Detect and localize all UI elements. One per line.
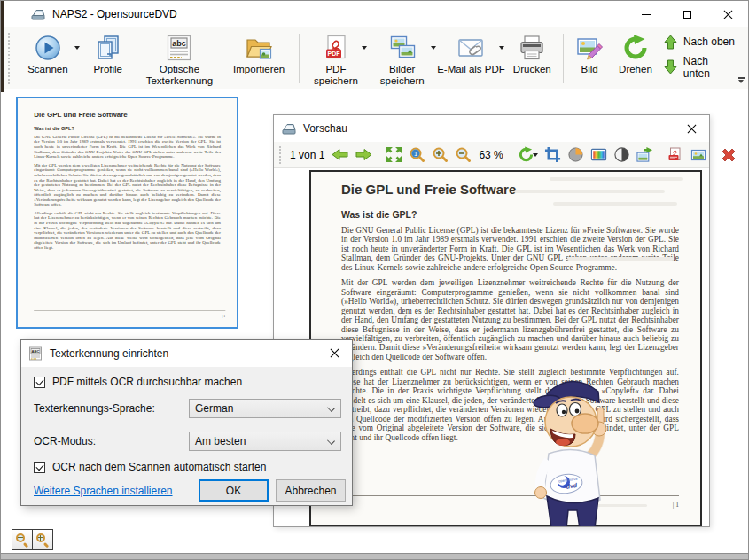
main-toolbar: Scannen Profile abc	[1, 27, 748, 89]
auto-ocr-checkbox[interactable]	[34, 462, 45, 473]
zoom-fit-icon	[386, 146, 402, 163]
zoom-fit-button[interactable]	[383, 144, 404, 166]
window-bottom-frame	[1, 553, 748, 559]
rotate-page-button[interactable]	[516, 144, 541, 166]
thumb-page-number: | 1	[222, 314, 226, 318]
thumbnail-zoom-in-button[interactable]	[32, 529, 53, 550]
thumb-paragraph: Die GNU General Public License (GPL) ist…	[34, 135, 221, 159]
zoom-in-icon	[36, 533, 50, 547]
move-up-button[interactable]: Nach oben	[664, 35, 737, 50]
dialog-close-button[interactable]	[316, 340, 352, 367]
dialog-title: Texterkennung einrichten	[50, 347, 168, 360]
toolbar-grip[interactable]	[8, 33, 11, 84]
profiles-button[interactable]: Profile	[81, 30, 136, 87]
zoom-out-icon	[16, 533, 29, 547]
scan-icon	[34, 32, 62, 64]
zoom-actual-button[interactable]: 1	[406, 144, 427, 166]
toolbar-overflow-button[interactable]	[736, 77, 746, 88]
maximize-button[interactable]	[667, 1, 707, 27]
sharpen-button[interactable]	[635, 144, 656, 166]
cancel-button[interactable]: Abbrechen	[276, 479, 346, 502]
page-thumbnail-selected[interactable]: Die GPL und Freie Software Was ist die G…	[16, 97, 238, 329]
rotate-button[interactable]: Drehen	[611, 30, 660, 87]
save-pdf-button[interactable]: PDF PDF speichern	[304, 30, 368, 87]
save-pdf-dropdown-icon[interactable]	[362, 46, 367, 50]
ocr-dialog-icon: ABC	[28, 346, 43, 361]
delete-page-button[interactable]	[718, 144, 739, 166]
move-down-icon	[664, 59, 677, 74]
zoom-out-icon	[455, 146, 472, 163]
move-up-label: Nach oben	[683, 35, 735, 48]
minimize-icon	[642, 14, 651, 15]
close-icon	[723, 10, 733, 19]
install-languages-row: Weitere Sprachen installieren	[34, 485, 173, 497]
contrast-icon	[613, 146, 630, 163]
save-image-small-button[interactable]	[688, 144, 709, 166]
move-down-button[interactable]: Nach unten	[664, 55, 737, 80]
zoom-actual-icon: 1	[409, 146, 425, 163]
toolbar-separator	[299, 34, 300, 83]
sharpen-icon	[636, 146, 653, 163]
close-button[interactable]	[707, 1, 748, 27]
save-images-button[interactable]: Bilder speichern	[368, 30, 437, 87]
profiles-icon	[94, 32, 122, 64]
ocr-mode-combobox[interactable]: Am besten	[189, 432, 341, 451]
print-label: Drucken	[513, 64, 551, 75]
language-label: Texterkennungs-Sprache:	[34, 402, 155, 415]
doc-heading: Was ist die GPL?	[341, 209, 679, 220]
thumb-paragraph: Allerdings enthält die GPL nicht nur Rec…	[34, 210, 221, 250]
ocr-icon: abc	[165, 32, 193, 64]
ocr-button[interactable]: abc Optische Texterkennung	[136, 30, 224, 87]
brightness-button[interactable]	[566, 144, 587, 166]
svg-text:abc: abc	[173, 39, 187, 48]
import-label: Importieren	[233, 64, 285, 75]
minimize-button[interactable]	[626, 1, 667, 27]
background-window-sliver	[1, 1, 4, 92]
scan-dropdown-icon[interactable]	[74, 46, 80, 50]
move-up-icon	[664, 35, 677, 50]
preview-toolbar: 1 von 1	[274, 142, 709, 168]
edit-image-button[interactable]: Bild	[568, 30, 611, 87]
doc-paragraph: Die GNU General Public License (GPL) ist…	[341, 226, 679, 272]
thumb-footer-rule	[34, 310, 225, 311]
preview-close-button[interactable]	[674, 115, 709, 142]
thumbnail-zoom-out-button[interactable]	[12, 529, 33, 550]
next-page-button[interactable]	[353, 144, 374, 166]
zoom-out-button[interactable]	[452, 144, 473, 166]
import-button[interactable]: Importieren	[223, 30, 294, 87]
cancel-label: Abbrechen	[285, 485, 336, 497]
thumbnail-zoom-controls	[12, 529, 52, 550]
scan-button[interactable]: Scannen	[15, 30, 81, 87]
edit-image-icon	[575, 32, 604, 64]
crop-button[interactable]	[542, 144, 564, 166]
close-icon	[330, 348, 339, 358]
email-pdf-dropdown-icon[interactable]	[499, 46, 504, 50]
previous-page-button[interactable]	[330, 144, 351, 166]
print-button[interactable]: Drucken	[505, 30, 558, 87]
searchable-pdf-row: PDF mittels OCR durchsuchbar machen	[34, 376, 242, 388]
email-pdf-button[interactable]: E-Mail als PDF	[437, 30, 506, 87]
contrast-button[interactable]	[612, 144, 633, 166]
naps2-window: NAPS2 - OpensourceDVD Scannen	[0, 0, 749, 560]
preview-titlebar: Vorschau	[274, 115, 709, 142]
zoom-in-button[interactable]	[429, 144, 450, 166]
titlebar: NAPS2 - OpensourceDVD	[1, 1, 748, 27]
searchable-pdf-checkbox[interactable]	[34, 377, 45, 388]
ocr-mode-value: Am besten	[195, 435, 246, 447]
hue-saturation-button[interactable]	[589, 144, 610, 166]
rotate-dropdown-icon[interactable]	[533, 153, 538, 157]
install-languages-link[interactable]: Weitere Sprachen installieren	[34, 485, 173, 497]
window-title: NAPS2 - OpensourceDVD	[52, 8, 177, 20]
crop-icon	[544, 146, 561, 163]
save-pdf-icon: PDF	[322, 32, 350, 64]
naps2-scanner-icon	[31, 7, 45, 21]
print-icon	[518, 32, 546, 64]
ok-button[interactable]: OK	[199, 479, 269, 502]
edit-image-label: Bild	[581, 64, 598, 75]
preview-toolbar-grip[interactable]	[279, 146, 281, 164]
language-combobox[interactable]: German	[189, 399, 341, 418]
save-pdf-label: PDF speichern	[304, 64, 368, 87]
save-images-dropdown-icon[interactable]	[431, 46, 436, 50]
doc-footer-rule	[341, 495, 679, 496]
save-pdf-small-button[interactable]	[665, 144, 686, 166]
